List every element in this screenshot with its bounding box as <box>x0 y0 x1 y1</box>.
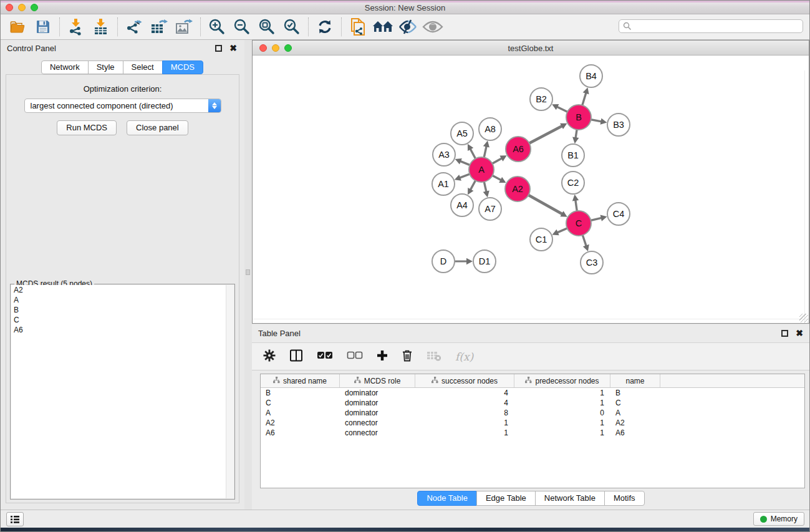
graph-node-label: A4 <box>456 200 468 210</box>
export-image-icon[interactable] <box>171 16 196 38</box>
zoom-in-icon[interactable] <box>205 16 229 38</box>
table-cell[interactable]: 1 <box>415 418 514 428</box>
select-all-icon[interactable] <box>317 351 333 362</box>
table-cell[interactable]: A <box>261 408 340 418</box>
run-mcds-button[interactable]: Run MCDS <box>57 120 117 135</box>
table-row[interactable]: Adominator80A <box>261 408 804 418</box>
splitter-grip-icon[interactable] <box>246 269 250 275</box>
save-session-icon[interactable] <box>31 16 55 38</box>
table-cell[interactable]: A2 <box>610 418 660 428</box>
refresh-icon[interactable] <box>312 16 337 38</box>
tab-node-table[interactable]: Node Table <box>417 491 477 506</box>
tab-style[interactable]: Style <box>88 60 123 74</box>
result-item[interactable]: A <box>11 295 234 305</box>
table-cell[interactable]: A6 <box>610 428 660 438</box>
toolbar-separator <box>308 17 309 36</box>
table-row[interactable]: Cdominator41C <box>261 398 804 408</box>
table-cell[interactable]: A6 <box>261 428 340 438</box>
criterion-dropdown[interactable]: largest connected component (directed) <box>24 99 221 113</box>
table-row[interactable]: A2connector11A2 <box>261 418 804 428</box>
export-network-icon[interactable] <box>122 16 147 38</box>
close-panel-button[interactable]: Close panel <box>127 120 188 135</box>
zoom-fit-icon[interactable] <box>254 16 279 38</box>
import-table-icon[interactable] <box>89 16 113 38</box>
float-table-panel-icon[interactable] <box>781 330 788 337</box>
table-cell[interactable]: 4 <box>415 398 514 408</box>
table-cell[interactable]: dominator <box>340 388 415 398</box>
export-table-icon[interactable] <box>147 16 171 38</box>
main-toolbar <box>1 14 809 40</box>
zoom-selected-icon[interactable] <box>279 16 304 38</box>
table-cell[interactable]: connector <box>340 418 415 428</box>
network-graph[interactable]: B4B2BB3B1A5A8A6A3AA1A2C2A4A7C4CC1C3DD1 <box>253 56 809 323</box>
add-icon[interactable] <box>377 350 388 364</box>
trash-icon[interactable] <box>402 349 413 364</box>
column-header-predecessor-nodes[interactable]: predecessor nodes <box>514 374 610 387</box>
table-cell[interactable]: 0 <box>514 408 610 418</box>
result-item[interactable]: A2 <box>11 285 234 295</box>
new-network-from-selection-icon[interactable] <box>345 16 370 38</box>
network-window-titlebar[interactable]: testGlobe.txt <box>253 41 809 56</box>
hide-selected-icon[interactable] <box>395 16 420 38</box>
table-row[interactable]: A6connector11A6 <box>261 428 804 438</box>
table-cell[interactable]: 1 <box>514 398 610 408</box>
table-row[interactable]: Bdominator41B <box>261 388 804 398</box>
tab-motifs[interactable]: Motifs <box>604 491 645 506</box>
table-cell[interactable]: connector <box>340 428 415 438</box>
graph-node-label: A1 <box>438 179 449 189</box>
table-panel-title: Table Panel <box>252 329 781 338</box>
memory-button[interactable]: Memory <box>753 512 804 526</box>
result-item[interactable]: A6 <box>11 325 234 335</box>
table-cell[interactable]: 1 <box>415 428 514 438</box>
table-cell[interactable]: dominator <box>340 398 415 408</box>
houses-icon[interactable] <box>370 16 395 38</box>
tab-select[interactable]: Select <box>123 60 163 74</box>
search-field[interactable] <box>619 19 803 33</box>
open-session-icon[interactable] <box>6 16 31 38</box>
graph-node-label: C <box>576 218 582 228</box>
float-panel-icon[interactable] <box>215 45 222 52</box>
close-table-panel-icon[interactable]: ✖ <box>796 330 803 337</box>
zoom-out-icon[interactable] <box>229 16 254 38</box>
tab-network-table[interactable]: Network Table <box>535 491 605 506</box>
table-cell[interactable]: 8 <box>415 408 514 418</box>
tab-network[interactable]: Network <box>41 60 89 74</box>
table-cell[interactable]: 4 <box>415 388 514 398</box>
table-cell[interactable]: B <box>261 388 340 398</box>
table-cell[interactable]: dominator <box>340 408 415 418</box>
table-cell[interactable]: B <box>610 388 660 398</box>
panel-splitter[interactable] <box>244 40 252 511</box>
table-cell[interactable]: C <box>261 398 340 408</box>
column-header-shared-name[interactable]: shared name <box>261 374 340 387</box>
table-cell[interactable]: 1 <box>514 388 610 398</box>
close-panel-icon[interactable]: ✖ <box>229 45 237 52</box>
show-all-icon[interactable] <box>420 16 445 38</box>
result-scrollbar[interactable] <box>226 285 234 498</box>
column-header-name[interactable]: name <box>610 374 660 387</box>
table-cell[interactable]: A <box>610 408 660 418</box>
search-input[interactable] <box>632 21 803 32</box>
mcds-result-list: A2ABCA6 <box>11 285 234 498</box>
result-item[interactable]: B <box>11 305 234 315</box>
resize-grip-icon[interactable] <box>799 314 808 322</box>
result-item[interactable]: C <box>11 315 234 325</box>
tab-edge-table[interactable]: Edge Table <box>476 491 536 506</box>
deselect-all-icon[interactable] <box>347 351 363 362</box>
network-canvas[interactable]: B4B2BB3B1A5A8A6A3AA1A2C2A4A7C4CC1C3DD1 <box>253 56 809 323</box>
graph-node-label: B2 <box>536 94 547 104</box>
column-header-MCDS-role[interactable]: MCDS role <box>340 374 415 387</box>
network-window-title: testGlobe.txt <box>253 44 809 53</box>
graph-node-label: B <box>576 112 582 122</box>
table-cell[interactable]: C <box>610 398 660 408</box>
tab-mcds[interactable]: MCDS <box>162 60 203 74</box>
graph-node-label: A8 <box>485 124 496 134</box>
table-cell[interactable]: 1 <box>514 418 610 428</box>
import-network-icon[interactable] <box>64 16 89 38</box>
column-header-successor-nodes[interactable]: successor nodes <box>415 374 514 387</box>
table-cell[interactable]: 1 <box>514 428 610 438</box>
gear-icon[interactable] <box>263 349 276 364</box>
column-pane-icon[interactable] <box>289 349 303 364</box>
table-cell[interactable]: A2 <box>261 418 340 428</box>
task-history-button[interactable] <box>6 512 24 526</box>
graph-node-label: A2 <box>512 184 523 194</box>
